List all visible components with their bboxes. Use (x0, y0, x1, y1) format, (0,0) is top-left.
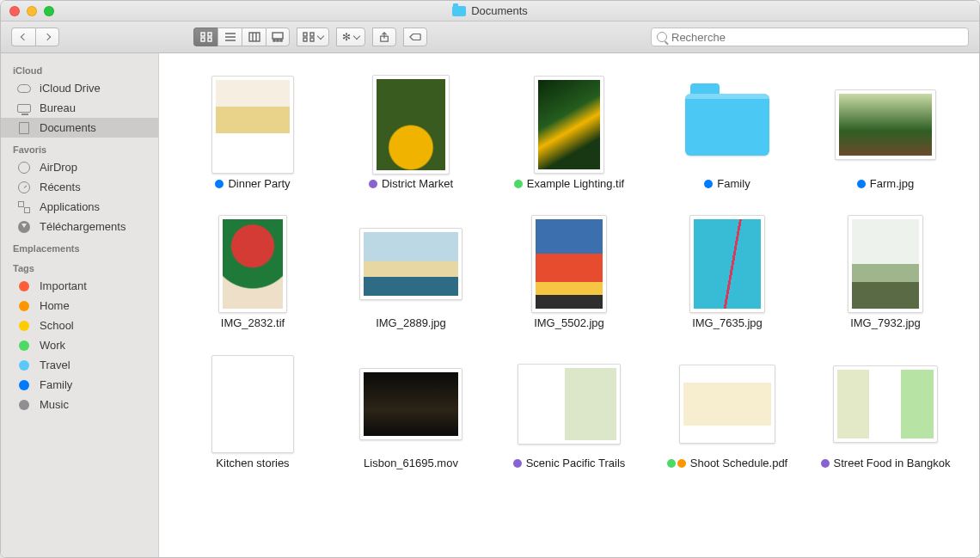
file-name-label: Shoot Schedule.pdf (690, 457, 787, 470)
tag-dot-icon (16, 340, 32, 352)
share-button[interactable] (372, 28, 396, 46)
sidebar-section-header: Favoris (1, 138, 158, 157)
forward-button[interactable] (35, 28, 59, 46)
file-name-label: Example Lighting.tif (527, 177, 624, 191)
view-mode-group (193, 28, 290, 46)
file-thumbnail (372, 77, 450, 172)
sidebar-item-label: iCloud Drive (40, 82, 101, 95)
tag-dot-icon (513, 459, 522, 468)
applications-icon (16, 201, 32, 213)
sidebar-item-label: Téléchargements (40, 220, 126, 233)
file-name-label: Family (717, 177, 750, 191)
file-thumbnail (679, 357, 775, 451)
view-gallery-button[interactable] (266, 28, 290, 46)
sidebar-tag-item[interactable]: Family (1, 375, 158, 395)
file-item[interactable]: Farm.jpg (812, 77, 959, 191)
svg-rect-10 (273, 33, 283, 39)
svg-rect-1 (208, 33, 211, 36)
content-area: Dinner PartyDistrict MarketExample Light… (159, 53, 979, 557)
file-item[interactable]: Lisbon_61695.mov (338, 357, 484, 470)
file-thumbnail (685, 77, 769, 172)
file-name-label: Dinner Party (228, 177, 290, 191)
file-item[interactable]: Scenic Pacific Trails (496, 357, 642, 470)
downloads-icon (16, 221, 32, 233)
sidebar-item-label: Work (40, 339, 65, 352)
sidebar-tag-item[interactable]: Music (1, 395, 158, 414)
svg-rect-0 (201, 33, 205, 36)
svg-rect-12 (277, 40, 279, 41)
svg-rect-14 (303, 33, 307, 36)
back-button[interactable] (11, 28, 35, 46)
airdrop-icon (16, 162, 32, 174)
window-title: Documents (471, 4, 528, 17)
file-item[interactable]: Kitchen stories (180, 357, 326, 470)
sidebar-item[interactable]: Documents (1, 118, 158, 138)
svg-rect-2 (201, 38, 205, 41)
folder-icon (685, 94, 769, 156)
sidebar-item[interactable]: AirDrop (1, 157, 158, 177)
file-item[interactable]: Dinner Party (180, 77, 326, 191)
file-item[interactable]: Example Lighting.tif (496, 77, 642, 191)
minimize-window-button[interactable] (27, 6, 37, 16)
zoom-window-button[interactable] (44, 6, 54, 16)
file-item[interactable]: Shoot Schedule.pdf (654, 357, 800, 470)
view-columns-button[interactable] (242, 28, 266, 46)
sidebar-item-label: Home (40, 299, 70, 312)
sidebar-tag-item[interactable]: Work (1, 335, 158, 355)
file-thumbnail (835, 77, 936, 172)
cloud-icon (16, 83, 32, 95)
file-name-label: IMG_2832.tif (221, 316, 285, 330)
view-list-button[interactable] (217, 28, 242, 46)
group-by-control[interactable] (297, 28, 329, 46)
file-item[interactable]: Street Food in Bangkok (812, 357, 959, 470)
file-item[interactable]: IMG_5502.jpg (496, 217, 642, 330)
file-item[interactable]: IMG_7635.jpg (654, 217, 800, 330)
sidebar-item-label: Important (40, 279, 87, 292)
sidebar-item[interactable]: iCloud Drive (1, 78, 158, 98)
file-thumbnail (848, 217, 923, 311)
file-name-label: Street Food in Bangkok (834, 457, 951, 470)
sidebar-item-label: Documents (40, 121, 96, 134)
sidebar-item[interactable]: Bureau (1, 98, 158, 118)
search-icon (657, 32, 667, 42)
file-thumbnail (218, 217, 287, 311)
finder-window: Documents (0, 0, 980, 558)
nav-group (11, 28, 59, 46)
file-name-label: IMG_7635.jpg (692, 316, 763, 330)
file-item[interactable]: Family (654, 77, 800, 191)
close-window-button[interactable] (9, 6, 20, 16)
sidebar-item[interactable]: Applications (1, 197, 158, 217)
titlebar: Documents (1, 1, 979, 21)
tag-dot-icon (704, 180, 713, 188)
tag-dot-icon (369, 180, 377, 188)
file-thumbnail (359, 217, 462, 311)
action-menu[interactable]: ✻ (336, 28, 365, 46)
file-thumbnail (518, 357, 621, 451)
tag-dot-icon (821, 459, 830, 468)
desktop-icon (16, 102, 32, 114)
file-name-label: Scenic Pacific Trails (526, 457, 626, 470)
tag-dot-icon (16, 300, 32, 312)
file-item[interactable]: IMG_2889.jpg (338, 217, 484, 330)
search-input[interactable] (671, 31, 963, 44)
file-item[interactable]: IMG_2832.tif (180, 217, 326, 330)
file-name-label: District Market (382, 177, 453, 191)
file-name-label: Lisbon_61695.mov (364, 457, 458, 470)
tags-button[interactable] (403, 28, 427, 46)
sidebar-item-label: Applications (40, 200, 100, 213)
tag-dot-icon (16, 399, 32, 411)
file-item[interactable]: District Market (338, 77, 484, 191)
sidebar-tag-item[interactable]: Important (1, 276, 158, 296)
search-field[interactable] (651, 28, 969, 46)
svg-rect-7 (249, 33, 260, 41)
traffic-lights (9, 6, 54, 16)
sidebar-tag-item[interactable]: Travel (1, 355, 158, 375)
file-item[interactable]: IMG_7932.jpg (812, 217, 959, 330)
sidebar-tag-item[interactable]: School (1, 316, 158, 335)
sidebar-item[interactable]: Téléchargements (1, 217, 158, 236)
tag-dot-icon (215, 180, 224, 188)
sidebar-tag-item[interactable]: Home (1, 296, 158, 316)
sidebar-item[interactable]: Récents (1, 177, 158, 197)
tag-dot-icon (16, 280, 32, 292)
view-icon-button[interactable] (193, 28, 217, 46)
